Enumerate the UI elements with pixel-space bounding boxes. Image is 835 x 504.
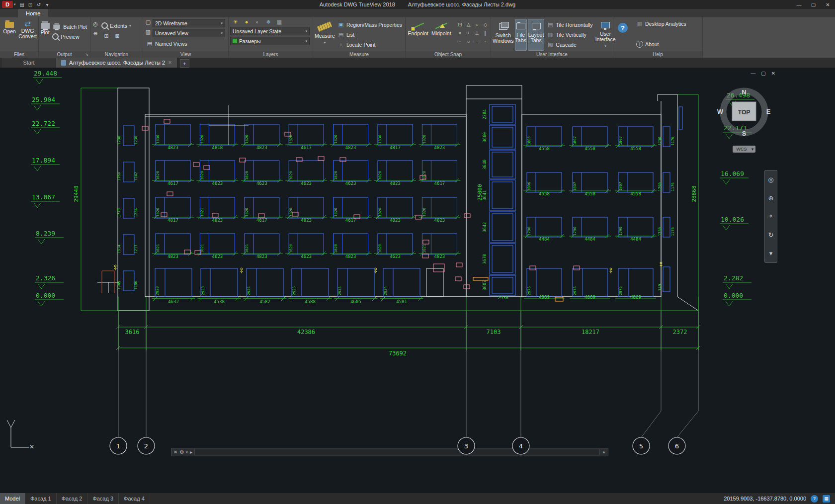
desktop-analytics-button[interactable]: ▥ Desktop Analytics [635, 19, 688, 28]
open-button[interactable]: Open [1, 19, 17, 51]
tile-vertically-button[interactable]: ▥ Tile Vertically [545, 30, 594, 39]
file-tabs-toggle[interactable]: File Tabs [515, 19, 527, 51]
command-line[interactable]: ✕ ⚙ ▾ ▸ ▲ [171, 448, 608, 456]
navbar-tool-icon-3[interactable]: ↻ [768, 231, 774, 239]
new-tab-button[interactable]: + [180, 59, 189, 68]
drawing-restore-icon[interactable]: ▢ [761, 71, 765, 76]
navbar-tool-icon-1[interactable]: ⊕ [768, 194, 774, 202]
maximize-button[interactable]: ▢ [806, 0, 821, 9]
layer-bulb-icon[interactable]: ● [243, 19, 250, 25]
navbar-tool-icon-4[interactable]: ▾ [769, 250, 773, 257]
midpoint-snap-button[interactable]: Midpoint [430, 19, 453, 51]
switch-windows-button[interactable]: Switch Windows [493, 19, 514, 51]
drawing-close-icon[interactable]: ✕ [771, 71, 775, 76]
status-layout-icon[interactable]: ▦ [823, 495, 830, 503]
help-button[interactable]: ? [615, 19, 631, 51]
qat-icon-2[interactable]: ↺ [35, 1, 43, 8]
drawing-minimize-icon[interactable]: — [751, 71, 755, 76]
navbar-tool-icon-2[interactable]: ⌖ [769, 212, 772, 220]
snap-mode-icon-5[interactable]: + [465, 30, 472, 38]
preview-button[interactable]: Preview [51, 32, 88, 41]
dwg-convert-button[interactable]: ⇄ DWG Convert [18, 19, 37, 51]
region-mass-properties-button[interactable]: ▣ Region/Mass Properties [336, 20, 404, 29]
minimize-button[interactable]: — [792, 0, 806, 9]
panel-launcher-icon[interactable]: ↘ [85, 51, 88, 58]
batch-plot-button[interactable]: Batch Plot [51, 22, 88, 31]
cad-line [605, 189, 609, 193]
layout-tab-фасад-2[interactable]: Фасад 2 [57, 493, 88, 504]
view-dropdown[interactable]: Unsaved View ▾ [153, 29, 225, 37]
layer-thaw-icon[interactable]: ❄ [265, 19, 272, 25]
app-logo-icon[interactable]: D [2, 1, 13, 8]
cad-rect [473, 277, 488, 280]
qat-icon-3[interactable]: ▾ [43, 1, 52, 8]
file-tab-start[interactable]: Start [2, 58, 56, 68]
close-button[interactable]: ✕ [821, 0, 835, 9]
status-help-icon[interactable]: ? [811, 495, 818, 503]
layer-freeze-icon[interactable]: ◐ [254, 19, 261, 25]
panel-files-label: Files [0, 51, 38, 58]
named-views-button[interactable]: ▤ Named Views [145, 39, 227, 48]
tile-horizontally-button[interactable]: ▤ Tile Horizontally [545, 20, 594, 29]
zoom-object-icon[interactable]: ⊠ [114, 33, 121, 39]
cad-text: 42386 [297, 329, 315, 336]
layer-properties-icon[interactable]: ▦ [276, 19, 283, 25]
command-history-icon[interactable]: ▲ [602, 450, 606, 454]
about-button[interactable]: i About [635, 39, 688, 49]
qat-icon-1[interactable]: ⊡ [26, 1, 35, 8]
file-tab-active[interactable]: Алтуфьевское шосс. Фасады Листы 2 ✕ [56, 58, 177, 68]
cad-yellow-mark [375, 268, 377, 270]
command-close-icon[interactable]: ✕ [173, 449, 177, 455]
locate-point-button[interactable]: + Locate Point [336, 40, 404, 49]
cad-text: 4623 [301, 181, 312, 186]
snap-mode-icon-9[interactable]: ○ [465, 39, 472, 46]
pan-icon[interactable]: ⊕ [92, 30, 99, 37]
app-menu-caret-icon[interactable]: ▾ [14, 2, 16, 6]
cad-line [233, 215, 237, 219]
snap-mode-icon-3[interactable]: ◇ [482, 22, 489, 29]
snap-mode-icon-8[interactable]: · [456, 39, 464, 46]
cad-text: 4623 [212, 254, 223, 259]
command-tools-icon[interactable]: ⚙ [179, 449, 184, 455]
snap-mode-icon-10[interactable]: — [473, 39, 481, 46]
snap-mode-icon-6[interactable]: ⊥ [473, 30, 481, 38]
cad-rect [289, 124, 324, 145]
layer-on-icon[interactable]: ☀ [232, 19, 239, 25]
zoom-window-icon[interactable]: ⊞ [103, 33, 110, 39]
layout-tab-model[interactable]: Model [0, 493, 25, 504]
cad-text: 13.067 [32, 193, 55, 201]
steering-wheel-icon[interactable]: ◎ [92, 21, 99, 27]
cad-rect [492, 152, 513, 177]
layout-tab-фасад-3[interactable]: Фасад 3 [87, 493, 119, 504]
layout-tab-фасад-1[interactable]: Фасад 1 [25, 493, 57, 504]
user-interface-button[interactable]: User Interface ▾ [595, 19, 616, 51]
zoom-extents-button[interactable]: Extents ▾ [100, 21, 133, 30]
snap-mode-icon-11[interactable]: ◦ [482, 39, 489, 46]
plot-button[interactable]: Plot [40, 19, 50, 51]
layout-tab-фасад-4[interactable]: Фасад 4 [119, 493, 150, 504]
list-button[interactable]: ▤ List [336, 30, 404, 39]
measure-button[interactable]: Measure ▾ [315, 19, 335, 51]
drawing-canvas[interactable]: 4823183048181820482318204617182048231820… [0, 68, 835, 493]
layer-dropdown[interactable]: Размеры ▾ [230, 37, 310, 45]
cad-line [660, 265, 661, 266]
layer-state-dropdown[interactable]: Unsaved Layer State ▾ [230, 27, 310, 35]
endpoint-snap-button[interactable]: Endpoint [407, 19, 429, 51]
navbar-tool-icon-0[interactable]: ◎ [768, 176, 773, 183]
navigation-bar[interactable]: ◎⊕⌖↻▾ [764, 170, 777, 263]
tab-close-icon[interactable]: ✕ [168, 60, 172, 65]
snap-mode-icon-0[interactable]: ⊡ [456, 22, 464, 29]
snap-mode-icon-4[interactable]: × [456, 30, 464, 38]
snap-mode-icon-1[interactable]: △ [465, 22, 472, 29]
snap-mode-icon-7[interactable]: ∥ [482, 30, 489, 38]
cad-rect [573, 172, 607, 192]
visual-style-dropdown[interactable]: 2D Wireframe ▾ [153, 19, 225, 27]
layout-tabs-toggle[interactable]: Layout Tabs [528, 19, 545, 51]
cascade-button[interactable]: ▧ Cascade [545, 40, 594, 49]
qat-icon-0[interactable]: ▤ [18, 1, 26, 8]
cad-text: 1790 [618, 226, 623, 236]
tab-home[interactable]: Home [18, 9, 48, 17]
cad-line [199, 297, 203, 301]
snap-mode-icon-2[interactable]: ○ [473, 22, 481, 29]
command-input[interactable] [194, 449, 600, 455]
